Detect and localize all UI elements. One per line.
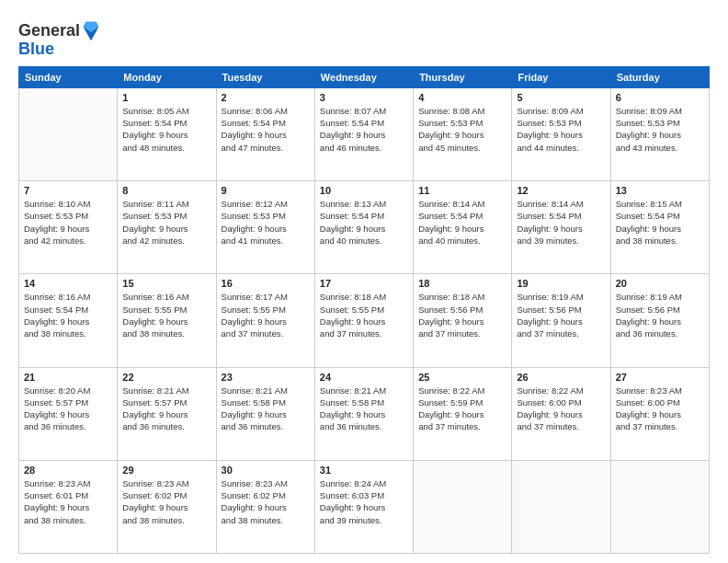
calendar-cell: 12Sunrise: 8:14 AMSunset: 5:54 PMDayligh… [512, 181, 610, 274]
day-info: Sunrise: 8:09 AMSunset: 5:53 PMDaylight:… [517, 105, 605, 154]
day-number: 7 [24, 185, 112, 196]
calendar-cell: 11Sunrise: 8:14 AMSunset: 5:54 PMDayligh… [414, 181, 512, 274]
calendar-cell: 10Sunrise: 8:13 AMSunset: 5:54 PMDayligh… [314, 181, 413, 274]
calendar-week-4: 21Sunrise: 8:20 AMSunset: 5:57 PMDayligh… [19, 367, 710, 460]
calendar-header-row: SundayMondayTuesdayWednesdayThursdayFrid… [19, 66, 710, 87]
calendar-cell: 6Sunrise: 8:09 AMSunset: 5:53 PMDaylight… [610, 87, 709, 180]
calendar-cell: 28Sunrise: 8:23 AMSunset: 6:01 PMDayligh… [19, 460, 118, 553]
day-info: Sunrise: 8:07 AMSunset: 5:54 PMDaylight:… [320, 105, 408, 154]
calendar-cell: 5Sunrise: 8:09 AMSunset: 5:53 PMDaylight… [512, 87, 610, 180]
day-number: 16 [222, 278, 310, 289]
calendar-cell: 22Sunrise: 8:21 AMSunset: 5:57 PMDayligh… [118, 367, 216, 460]
day-number: 30 [222, 465, 310, 476]
calendar-cell: 13Sunrise: 8:15 AMSunset: 5:54 PMDayligh… [610, 181, 709, 274]
calendar-cell: 7Sunrise: 8:10 AMSunset: 5:53 PMDaylight… [19, 181, 118, 274]
calendar-cell [414, 460, 512, 553]
day-number: 14 [24, 278, 112, 289]
calendar-cell: 18Sunrise: 8:18 AMSunset: 5:56 PMDayligh… [414, 274, 512, 367]
calendar-cell: 25Sunrise: 8:22 AMSunset: 5:59 PMDayligh… [414, 367, 512, 460]
day-info: Sunrise: 8:13 AMSunset: 5:54 PMDaylight:… [320, 198, 408, 247]
calendar-cell: 26Sunrise: 8:22 AMSunset: 6:00 PMDayligh… [512, 367, 610, 460]
day-number: 1 [122, 92, 210, 103]
calendar-cell: 23Sunrise: 8:21 AMSunset: 5:58 PMDayligh… [216, 367, 314, 460]
day-number: 10 [320, 185, 408, 196]
calendar-cell [19, 87, 118, 180]
day-number: 9 [222, 185, 310, 196]
day-number: 19 [517, 278, 605, 289]
day-info: Sunrise: 8:21 AMSunset: 5:57 PMDaylight:… [122, 385, 210, 433]
day-info: Sunrise: 8:23 AMSunset: 6:02 PMDaylight:… [122, 477, 210, 526]
calendar-table: SundayMondayTuesdayWednesdayThursdayFrid… [18, 66, 710, 554]
day-info: Sunrise: 8:22 AMSunset: 5:59 PMDaylight:… [418, 385, 506, 433]
calendar-cell: 19Sunrise: 8:19 AMSunset: 5:56 PMDayligh… [512, 274, 610, 367]
day-info: Sunrise: 8:14 AMSunset: 5:54 PMDaylight:… [418, 198, 506, 247]
logo-icon [82, 20, 100, 42]
weekday-header-saturday: Saturday [610, 66, 709, 87]
calendar-cell: 15Sunrise: 8:16 AMSunset: 5:55 PMDayligh… [118, 274, 216, 367]
calendar-cell: 4Sunrise: 8:08 AMSunset: 5:53 PMDaylight… [414, 87, 512, 180]
day-info: Sunrise: 8:15 AMSunset: 5:54 PMDaylight:… [616, 198, 704, 247]
calendar-cell: 20Sunrise: 8:19 AMSunset: 5:56 PMDayligh… [610, 274, 709, 367]
calendar-cell: 2Sunrise: 8:06 AMSunset: 5:54 PMDaylight… [216, 87, 314, 180]
calendar-week-3: 14Sunrise: 8:16 AMSunset: 5:54 PMDayligh… [19, 274, 710, 367]
calendar-cell: 8Sunrise: 8:11 AMSunset: 5:53 PMDaylight… [118, 181, 216, 274]
day-info: Sunrise: 8:10 AMSunset: 5:53 PMDaylight:… [24, 198, 112, 247]
day-number: 24 [320, 372, 408, 383]
day-info: Sunrise: 8:19 AMSunset: 5:56 PMDaylight:… [616, 291, 704, 339]
page: General Blue SundayMondayTuesdayWednesda… [0, 0, 728, 563]
day-number: 27 [616, 372, 704, 383]
weekday-header-monday: Monday [118, 66, 216, 87]
calendar-cell: 16Sunrise: 8:17 AMSunset: 5:55 PMDayligh… [216, 274, 314, 367]
calendar-cell: 24Sunrise: 8:21 AMSunset: 5:58 PMDayligh… [314, 367, 413, 460]
day-number: 4 [418, 92, 506, 103]
day-number: 28 [24, 465, 112, 476]
day-number: 31 [320, 465, 408, 476]
weekday-header-sunday: Sunday [19, 66, 118, 87]
logo-general: General [18, 22, 80, 40]
day-info: Sunrise: 8:21 AMSunset: 5:58 PMDaylight:… [222, 385, 310, 433]
day-number: 18 [418, 278, 506, 289]
day-number: 25 [418, 372, 506, 383]
day-number: 12 [517, 185, 605, 196]
day-number: 20 [616, 278, 704, 289]
calendar-cell: 1Sunrise: 8:05 AMSunset: 5:54 PMDaylight… [118, 87, 216, 180]
day-info: Sunrise: 8:23 AMSunset: 6:02 PMDaylight:… [222, 477, 310, 526]
day-info: Sunrise: 8:16 AMSunset: 5:54 PMDaylight:… [24, 291, 112, 339]
calendar-cell: 31Sunrise: 8:24 AMSunset: 6:03 PMDayligh… [314, 460, 413, 553]
day-info: Sunrise: 8:06 AMSunset: 5:54 PMDaylight:… [222, 105, 310, 154]
weekday-header-thursday: Thursday [414, 66, 512, 87]
day-info: Sunrise: 8:23 AMSunset: 6:00 PMDaylight:… [616, 385, 704, 433]
day-number: 26 [517, 372, 605, 383]
day-number: 22 [122, 372, 210, 383]
day-number: 15 [122, 278, 210, 289]
day-number: 29 [122, 465, 210, 476]
day-info: Sunrise: 8:24 AMSunset: 6:03 PMDaylight:… [320, 477, 408, 526]
day-number: 11 [418, 185, 506, 196]
calendar-cell: 14Sunrise: 8:16 AMSunset: 5:54 PMDayligh… [19, 274, 118, 367]
day-info: Sunrise: 8:11 AMSunset: 5:53 PMDaylight:… [122, 198, 210, 247]
day-info: Sunrise: 8:14 AMSunset: 5:54 PMDaylight:… [517, 198, 605, 247]
calendar-cell: 29Sunrise: 8:23 AMSunset: 6:02 PMDayligh… [118, 460, 216, 553]
calendar-week-2: 7Sunrise: 8:10 AMSunset: 5:53 PMDaylight… [19, 181, 710, 274]
day-info: Sunrise: 8:18 AMSunset: 5:55 PMDaylight:… [320, 291, 408, 339]
day-number: 23 [222, 372, 310, 383]
calendar-cell: 27Sunrise: 8:23 AMSunset: 6:00 PMDayligh… [610, 367, 709, 460]
logo-blue: Blue [18, 40, 102, 59]
day-number: 17 [320, 278, 408, 289]
weekday-header-tuesday: Tuesday [216, 66, 314, 87]
calendar-week-5: 28Sunrise: 8:23 AMSunset: 6:01 PMDayligh… [19, 460, 710, 553]
day-number: 21 [24, 372, 112, 383]
day-number: 3 [320, 92, 408, 103]
day-info: Sunrise: 8:22 AMSunset: 6:00 PMDaylight:… [517, 385, 605, 433]
weekday-header-friday: Friday [512, 66, 610, 87]
calendar-cell: 17Sunrise: 8:18 AMSunset: 5:55 PMDayligh… [314, 274, 413, 367]
day-info: Sunrise: 8:18 AMSunset: 5:56 PMDaylight:… [418, 291, 506, 339]
day-number: 2 [222, 92, 310, 103]
logo: General Blue [18, 20, 102, 59]
day-info: Sunrise: 8:08 AMSunset: 5:53 PMDaylight:… [418, 105, 506, 154]
calendar-cell: 30Sunrise: 8:23 AMSunset: 6:02 PMDayligh… [216, 460, 314, 553]
header: General Blue [18, 17, 710, 59]
day-info: Sunrise: 8:05 AMSunset: 5:54 PMDaylight:… [122, 105, 210, 154]
day-info: Sunrise: 8:12 AMSunset: 5:53 PMDaylight:… [222, 198, 310, 247]
day-info: Sunrise: 8:19 AMSunset: 5:56 PMDaylight:… [517, 291, 605, 339]
